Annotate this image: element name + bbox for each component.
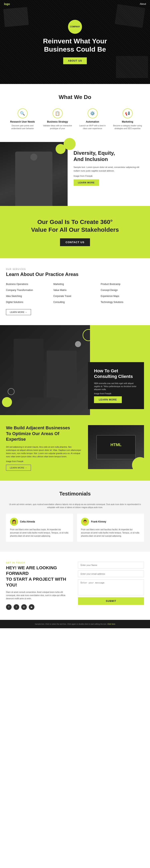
adjacent-section: We Build Adjacent Businesses To Optimize… <box>0 415 150 481</box>
adjacent-image: HTML <box>88 425 144 469</box>
practice-product-bootcamp[interactable]: Product Bootcamp <box>100 282 144 286</box>
contact-message-input[interactable] <box>78 579 144 595</box>
testimonial-card-0: 👩 Celia Almeda Proin sed libero enim sed… <box>6 514 73 542</box>
practice-company-transform[interactable]: Company Transformation <box>6 288 50 292</box>
footer-text: Sample text. Click to select the text bo… <box>35 623 107 625</box>
about-us-button[interactable]: ABOUT US <box>63 57 87 64</box>
practice-areas-title: Learn About Our Practice Areas <box>6 272 144 277</box>
dei-title: Diversity, Equity, And Inclusion <box>73 150 144 162</box>
contact-submit-button[interactable]: SUBMIT <box>78 597 144 605</box>
practice-consulting[interactable]: Consulting <box>53 300 97 304</box>
service-item-research: 🔍 Research User Needs Discover pain poin… <box>6 106 39 132</box>
what-we-do-title: What We Do <box>6 94 144 100</box>
consulting-section: How To Get Consulting Clients NBA rerene… <box>0 325 150 415</box>
testimonials-intro: Ut enim ad minim veniam, quis nostrud ex… <box>6 503 144 509</box>
adjacent-learn-more-button[interactable]: LEARN MORE → <box>6 465 31 471</box>
testimonials-section: Testimonials Ut enim ad minim veniam, qu… <box>0 481 150 552</box>
twitter-icon[interactable]: t <box>13 604 19 610</box>
contact-label: GET IN TOUCH <box>6 562 72 564</box>
footer: Sample text. Click to select the text bo… <box>0 620 150 628</box>
company-badge: COMPANY <box>68 20 82 34</box>
consulting-image <box>0 325 90 415</box>
practice-business-ops[interactable]: Business Operations <box>6 282 50 286</box>
linkedin-icon[interactable]: in <box>21 604 27 610</box>
dei-circle-decoration <box>64 138 76 150</box>
value-360-title: Our Goal Is To Create 360° Value For All… <box>6 218 144 234</box>
practice-experience-maps[interactable]: Experience Maps <box>100 294 144 298</box>
dei-body: Sample text. Lorem ipsum dolor sit amet,… <box>73 165 144 173</box>
contact-title: HEY! WE ARE LOOKING FORWARD TO START A P… <box>6 565 72 588</box>
dei-credit: Image from Freepik <box>73 174 144 178</box>
footer-link[interactable]: Click here <box>107 623 115 625</box>
practice-value-matrix[interactable]: Value Matrix <box>53 288 97 292</box>
practice-corporate-travel[interactable]: Corporate Travel <box>53 294 97 298</box>
contact-left: GET IN TOUCH HEY! WE ARE LOOKING FORWARD… <box>6 562 72 610</box>
service-desc-automation: Launch an MVP with a best in class user … <box>78 124 107 130</box>
dei-content: Diversity, Equity, And Inclusion Sample … <box>68 142 150 206</box>
testimonial-avatar-0: 👩 <box>10 518 18 526</box>
service-desc-strategy: Validate ideas with an interactive proto… <box>43 124 72 130</box>
social-icons: f t in ▶ <box>6 604 72 610</box>
practice-digital-solutions[interactable]: Digital Solutions <box>6 300 50 304</box>
testimonial-name-1: Frank Kinney <box>91 520 106 523</box>
contact-form: SUBMIT <box>78 562 144 610</box>
testimonial-text-0: Proin sed libero enim sed faucibus turpi… <box>10 528 69 538</box>
service-item-marketing: 📢 Marketing Become a category leader usi… <box>111 106 144 132</box>
strategy-icon: 📋 <box>53 108 63 118</box>
practice-tech-solutions[interactable]: Technology Solutions <box>100 300 144 304</box>
testimonial-text-1: Proin sed libero enim sed faucibus facil… <box>81 528 140 538</box>
consulting-title: How To Get Consulting Clients <box>94 368 138 379</box>
adjacent-content: We Build Adjacent Businesses To Optimize… <box>6 425 82 471</box>
consulting-card: How To Get Consulting Clients NBA rerene… <box>88 362 144 409</box>
practice-concept-design[interactable]: Concept Design <box>100 288 144 292</box>
contact-name-input[interactable] <box>78 562 144 568</box>
facebook-icon[interactable]: f <box>6 604 11 610</box>
hero-section: logo About COMPANY Reinvent What Your Bu… <box>0 0 150 84</box>
research-icon: 🔍 <box>18 108 28 118</box>
adjacent-body1: Elit sed adipiscing in sit amet mauris. … <box>6 445 82 458</box>
service-item-automation: ⚙️ Automation Launch an MVP with a best … <box>76 106 109 132</box>
adjacent-title: We Build Adjacent Businesses To Optimize… <box>6 425 82 442</box>
value-360-section: Our Goal Is To Create 360° Value For All… <box>0 206 150 258</box>
adjacent-credit: Image from Freepik <box>6 460 82 463</box>
testimonial-avatar-1: 👨 <box>81 518 89 526</box>
service-title-automation: Automation <box>78 120 107 123</box>
practice-areas-section: OUR SERVICES Learn About Our Practice Ar… <box>0 258 150 325</box>
hero-content: COMPANY Reinvent What Your Business Coul… <box>43 20 107 64</box>
testimonial-author-0: 👩 Celia Almeda <box>10 518 69 526</box>
contact-section: GET IN TOUCH HEY! WE ARE LOOKING FORWARD… <box>0 552 150 620</box>
testimonials-title: Testimonials <box>6 491 144 497</box>
practice-marketing[interactable]: Marketing <box>53 282 97 286</box>
service-desc-marketing: Become a category leader using strategie… <box>113 124 142 130</box>
practice-grid: Business Operations Marketing Product Bo… <box>6 282 144 304</box>
contact-us-button[interactable]: CONTACT US <box>60 238 90 246</box>
consulting-learn-more-button[interactable]: LEARN MORE <box>94 396 122 403</box>
navigation: logo About <box>0 0 150 8</box>
marketing-icon: 📢 <box>123 108 132 118</box>
testimonial-card-1: 👨 Frank Kinney Proin sed libero enim sed… <box>77 514 144 542</box>
testimonial-author-1: 👨 Frank Kinney <box>81 518 140 526</box>
service-desc-research: Discover pain points and understand user… <box>8 124 37 130</box>
what-we-do-section: What We Do 🔍 Research User Needs Discove… <box>0 84 150 142</box>
consulting-body: NBA rerenella cras sed felis eget velit … <box>94 382 138 391</box>
practice-idea-sketching[interactable]: Idea Sketching <box>6 294 50 298</box>
testimonial-name-0: Celia Almeda <box>20 520 35 523</box>
automation-icon: ⚙️ <box>88 108 98 118</box>
youtube-icon[interactable]: ▶ <box>29 604 34 610</box>
practice-areas-label: OUR SERVICES <box>6 268 144 270</box>
service-title-marketing: Marketing <box>113 120 142 123</box>
testimonials-grid: 👩 Celia Almeda Proin sed libero enim sed… <box>6 514 144 542</box>
hero-title: Reinvent What Your Business Could Be <box>43 37 107 53</box>
service-item-strategy: 📋 Business Strategy Validate ideas with … <box>41 106 74 132</box>
dei-section: Diversity, Equity, And Inclusion Sample … <box>0 142 150 206</box>
contact-email-input[interactable] <box>78 570 144 577</box>
contact-body: Diam sit amet consult consectetur. Amet … <box>6 591 72 600</box>
practice-learn-more-button[interactable]: LEARN MORE → <box>6 309 31 315</box>
about-link[interactable]: About <box>140 3 146 5</box>
consulting-credit: Image from Freepik <box>94 392 138 395</box>
services-grid: 🔍 Research User Needs Discover pain poin… <box>6 106 144 132</box>
dei-learn-more-button[interactable]: LEARN MORE <box>73 179 99 186</box>
dei-image <box>0 142 68 206</box>
service-title-strategy: Business Strategy <box>43 120 72 123</box>
logo: logo <box>4 2 10 6</box>
